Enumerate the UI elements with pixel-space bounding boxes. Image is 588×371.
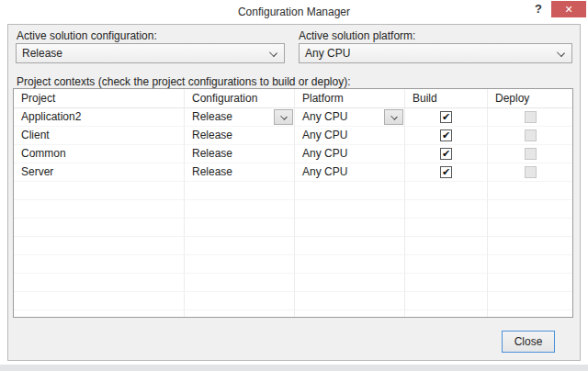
column-header-configuration: Configuration [185, 89, 295, 107]
chevron-down-icon [557, 49, 565, 57]
build-cell: ✔ [405, 145, 488, 163]
empty-cell [405, 200, 488, 219]
chevron-down-icon [269, 49, 277, 57]
configuration-dropdown-button[interactable] [274, 109, 293, 125]
empty-cell [14, 219, 185, 237]
empty-table-row [14, 255, 572, 274]
dialog-body: Active solution configuration: Release A… [7, 24, 581, 361]
table-row: ClientReleaseAny CPU✔ [14, 127, 572, 145]
project-name-cell[interactable]: Client [14, 127, 185, 145]
close-button-label: Close [514, 335, 543, 348]
empty-cell [405, 219, 488, 237]
project-name-cell[interactable]: Application2 [14, 108, 185, 127]
deploy-checkbox [525, 166, 537, 178]
column-header-deploy: Deploy [488, 89, 572, 107]
empty-cell [295, 237, 405, 255]
build-checkbox[interactable]: ✔ [440, 148, 452, 160]
build-checkbox[interactable]: ✔ [440, 166, 452, 178]
build-cell: ✔ [405, 163, 488, 182]
empty-cell [488, 237, 572, 255]
empty-cell [14, 274, 185, 292]
empty-cell [185, 182, 295, 200]
empty-cell [295, 200, 405, 219]
deploy-checkbox [525, 148, 537, 160]
empty-cell [488, 200, 572, 219]
build-checkbox[interactable]: ✔ [440, 129, 452, 141]
empty-cell [488, 219, 572, 237]
empty-cell [405, 292, 488, 310]
empty-cell [185, 237, 295, 255]
empty-cell [14, 200, 185, 219]
platform-cell[interactable]: Any CPU [295, 127, 405, 145]
platform-cell[interactable]: Any CPU [295, 163, 405, 182]
empty-cell [14, 255, 185, 274]
build-checkbox[interactable]: ✔ [440, 111, 452, 123]
help-icon[interactable]: ? [531, 2, 546, 17]
deploy-cell [488, 108, 572, 127]
platform-cell[interactable]: Any CPU [295, 108, 405, 127]
deploy-cell [488, 145, 572, 163]
project-contexts-table: ProjectConfigurationPlatformBuildDeployA… [13, 88, 573, 318]
deploy-checkbox [525, 111, 537, 123]
empty-cell [14, 182, 185, 200]
close-button[interactable]: Close [502, 331, 555, 353]
build-cell: ✔ [405, 108, 488, 127]
table-row: Application2ReleaseAny CPU✔ [14, 108, 572, 127]
empty-cell [185, 274, 295, 292]
close-window-button[interactable]: ✕ [551, 1, 586, 17]
column-header-platform: Platform [295, 89, 405, 107]
empty-cell [185, 219, 295, 237]
project-name-cell[interactable]: Server [14, 163, 185, 182]
empty-cell [488, 182, 572, 200]
empty-cell [295, 255, 405, 274]
configuration-cell[interactable]: Release [185, 108, 295, 127]
window-title: Configuration Manager [0, 6, 588, 18]
empty-cell [185, 310, 295, 318]
empty-cell [405, 237, 488, 255]
deploy-checkbox [525, 129, 537, 141]
column-header-build: Build [405, 89, 488, 107]
empty-cell [405, 274, 488, 292]
configuration-cell[interactable]: Release [185, 163, 295, 182]
table-row: ServerReleaseAny CPU✔ [14, 163, 572, 182]
empty-table-row [14, 310, 572, 318]
configuration-cell[interactable]: Release [185, 145, 295, 163]
empty-table-row [14, 274, 572, 292]
empty-cell [185, 255, 295, 274]
empty-table-row [14, 182, 572, 200]
empty-cell [295, 182, 405, 200]
active-solution-configuration-label: Active solution configuration: [17, 29, 157, 42]
empty-cell [14, 237, 185, 255]
empty-cell [488, 310, 572, 318]
empty-cell [185, 200, 295, 219]
empty-table-row [14, 200, 572, 219]
active-solution-platform-value: Any CPU [305, 47, 350, 60]
empty-cell [295, 219, 405, 237]
deploy-cell [488, 163, 572, 182]
platform-cell[interactable]: Any CPU [295, 145, 405, 163]
empty-cell [14, 310, 185, 318]
title-bar: Configuration Manager ? ✕ [0, 0, 588, 24]
empty-cell [185, 292, 295, 310]
deploy-cell [488, 127, 572, 145]
empty-cell [295, 310, 405, 318]
platform-dropdown-button[interactable] [384, 109, 403, 125]
empty-cell [405, 310, 488, 318]
empty-cell [295, 292, 405, 310]
empty-cell [405, 182, 488, 200]
empty-cell [295, 274, 405, 292]
empty-cell [14, 292, 185, 310]
project-contexts-label: Project contexts (check the project conf… [17, 75, 351, 88]
active-solution-platform-label: Active solution platform: [299, 29, 415, 42]
project-name-cell[interactable]: Common [14, 145, 185, 163]
empty-table-row [14, 292, 572, 310]
window-bottom-edge [0, 365, 588, 371]
empty-cell [405, 255, 488, 274]
active-solution-configuration-select[interactable]: Release [16, 43, 285, 63]
configuration-cell[interactable]: Release [185, 127, 295, 145]
active-solution-platform-select[interactable]: Any CPU [299, 43, 572, 63]
chevron-down-icon [390, 113, 398, 120]
empty-table-row [14, 237, 572, 255]
chevron-down-icon [280, 113, 288, 120]
table-header-row: ProjectConfigurationPlatformBuildDeploy [14, 89, 572, 108]
